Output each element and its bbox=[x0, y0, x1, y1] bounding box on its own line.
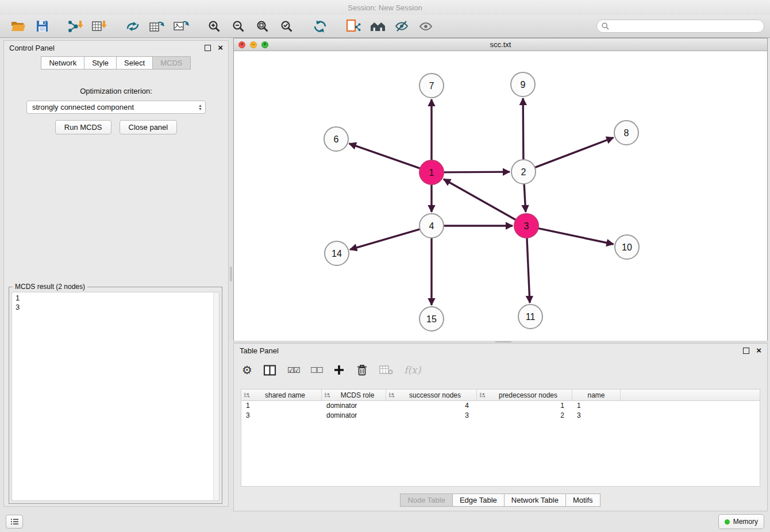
network-window-titlebar[interactable]: × − + scc.txt bbox=[234, 38, 767, 51]
result-item[interactable]: 1 bbox=[16, 294, 215, 303]
show-details-icon bbox=[419, 21, 433, 32]
table-cell[interactable]: 2 bbox=[477, 411, 572, 421]
sort-icon bbox=[324, 392, 330, 398]
table-settings-button[interactable]: ⚙ bbox=[242, 361, 252, 379]
tab-edge-table[interactable]: Edge Table bbox=[452, 494, 505, 507]
vertical-splitter[interactable] bbox=[229, 38, 233, 341]
open-folder-icon bbox=[11, 20, 25, 32]
hide-details-button[interactable] bbox=[390, 17, 414, 36]
result-item[interactable]: 3 bbox=[16, 303, 215, 312]
table-cell[interactable]: 1 bbox=[241, 401, 322, 411]
tab-style[interactable]: Style bbox=[84, 56, 117, 70]
delete-column-button[interactable] bbox=[356, 361, 368, 379]
search-input[interactable] bbox=[612, 22, 759, 31]
edge-1-2[interactable] bbox=[444, 172, 510, 172]
edge-1-6[interactable] bbox=[349, 144, 421, 168]
open-session-button[interactable] bbox=[6, 17, 30, 36]
table-cell[interactable]: 3 bbox=[241, 411, 322, 421]
home-layout-button[interactable] bbox=[365, 17, 390, 36]
column-header-shared-name[interactable]: shared name bbox=[241, 390, 322, 400]
zoom-out-button[interactable] bbox=[226, 17, 251, 36]
table-panel-title: Table Panel bbox=[240, 346, 279, 355]
show-columns-button[interactable] bbox=[263, 361, 276, 379]
home-layout-icon bbox=[370, 21, 386, 32]
show-details-button[interactable] bbox=[414, 17, 438, 36]
save-session-button[interactable] bbox=[30, 17, 54, 36]
maximize-window-icon[interactable]: + bbox=[261, 41, 268, 48]
task-history-button[interactable] bbox=[6, 515, 23, 529]
zoom-in-button[interactable] bbox=[202, 17, 226, 36]
mcds-result-list[interactable]: 13 bbox=[11, 292, 220, 501]
float-panel-icon[interactable] bbox=[205, 45, 211, 51]
edge-3-1[interactable] bbox=[444, 179, 516, 220]
zoom-selected-button[interactable] bbox=[275, 17, 299, 36]
memory-button[interactable]: Memory bbox=[718, 514, 764, 529]
export-network-icon bbox=[125, 20, 140, 33]
table-panel-header: Table Panel × bbox=[234, 344, 767, 357]
deselect-all-button[interactable]: ☐☐ bbox=[310, 361, 322, 379]
tab-motifs[interactable]: Motifs bbox=[565, 494, 600, 507]
float-table-panel-icon[interactable] bbox=[743, 348, 749, 354]
node-label: 2 bbox=[521, 167, 526, 177]
run-mcds-button[interactable]: Run MCDS bbox=[55, 120, 111, 134]
function-builder-button: f(x) bbox=[404, 361, 421, 379]
table-cell[interactable]: 3 bbox=[386, 411, 477, 421]
export-network-button[interactable] bbox=[121, 17, 145, 36]
table-cell[interactable]: 1 bbox=[477, 401, 572, 411]
node-label: 6 bbox=[334, 134, 339, 144]
table-cell[interactable]: dominator bbox=[322, 401, 386, 411]
columns-icon bbox=[263, 364, 276, 376]
tab-network[interactable]: Network bbox=[41, 56, 84, 70]
table-cell[interactable]: 3 bbox=[572, 411, 621, 421]
close-panel-icon[interactable]: × bbox=[218, 45, 223, 51]
optimization-dropdown[interactable]: strongly connected component ▲▼ bbox=[26, 101, 206, 114]
edge-4-14[interactable] bbox=[350, 229, 420, 249]
refresh-button[interactable] bbox=[308, 17, 332, 36]
search-box[interactable] bbox=[596, 20, 764, 33]
node-table: shared nameMCDS rolesuccessor nodesprede… bbox=[241, 389, 760, 487]
tab-select[interactable]: Select bbox=[116, 56, 153, 70]
tab-network-table[interactable]: Network Table bbox=[504, 494, 566, 507]
edge-2-8[interactable] bbox=[535, 138, 614, 168]
network-graph[interactable]: 7968124314101511 bbox=[234, 51, 767, 341]
table-body: 1dominator4113dominator323 bbox=[241, 401, 760, 421]
import-table-button[interactable] bbox=[87, 17, 111, 36]
table-cell[interactable]: 1 bbox=[572, 401, 621, 411]
column-header-name[interactable]: name bbox=[572, 390, 621, 400]
network-view-title: scc.txt bbox=[234, 40, 767, 49]
export-image-button[interactable] bbox=[169, 17, 193, 36]
select-all-button[interactable]: ☑☑ bbox=[287, 361, 299, 379]
table-cell[interactable]: 4 bbox=[386, 401, 477, 411]
add-column-button[interactable] bbox=[333, 361, 345, 379]
edge-2-9[interactable] bbox=[523, 98, 523, 160]
column-header-predecessor-nodes[interactable]: predecessor nodes bbox=[477, 390, 572, 400]
close-table-panel-icon[interactable]: × bbox=[756, 348, 761, 353]
traffic-lights: × − + bbox=[238, 41, 268, 48]
window-title: Session: New Session bbox=[348, 3, 422, 12]
table-row[interactable]: 3dominator323 bbox=[241, 411, 760, 421]
column-header-successor-nodes[interactable]: successor nodes bbox=[386, 390, 477, 400]
list-icon bbox=[10, 518, 19, 525]
table-cell[interactable]: dominator bbox=[322, 411, 386, 421]
export-image-icon bbox=[174, 20, 189, 33]
edge-3-10[interactable] bbox=[538, 228, 614, 244]
minimize-window-icon[interactable]: − bbox=[250, 41, 257, 48]
close-window-icon[interactable]: × bbox=[238, 41, 245, 48]
edge-2-3[interactable] bbox=[524, 184, 526, 212]
zoom-fit-button[interactable] bbox=[251, 17, 275, 36]
export-table-button[interactable] bbox=[145, 17, 169, 36]
table-row[interactable]: 1dominator411 bbox=[241, 401, 760, 411]
close-mcds-panel-button[interactable]: Close panel bbox=[120, 120, 178, 134]
result-scrollbar[interactable] bbox=[213, 292, 219, 500]
main-toolbar bbox=[0, 15, 770, 38]
clone-network-button[interactable] bbox=[341, 17, 365, 36]
node-label: 4 bbox=[429, 221, 434, 231]
tab-node-table[interactable]: Node Table bbox=[400, 494, 453, 507]
plus-icon bbox=[333, 364, 345, 376]
import-network-button[interactable] bbox=[63, 17, 87, 36]
hide-details-icon bbox=[395, 20, 409, 32]
edge-3-11[interactable] bbox=[527, 238, 530, 303]
zoom-fit-icon bbox=[256, 20, 269, 33]
tab-mcds[interactable]: MCDS bbox=[152, 56, 190, 70]
column-header-MCDS-role[interactable]: MCDS role bbox=[322, 390, 386, 400]
